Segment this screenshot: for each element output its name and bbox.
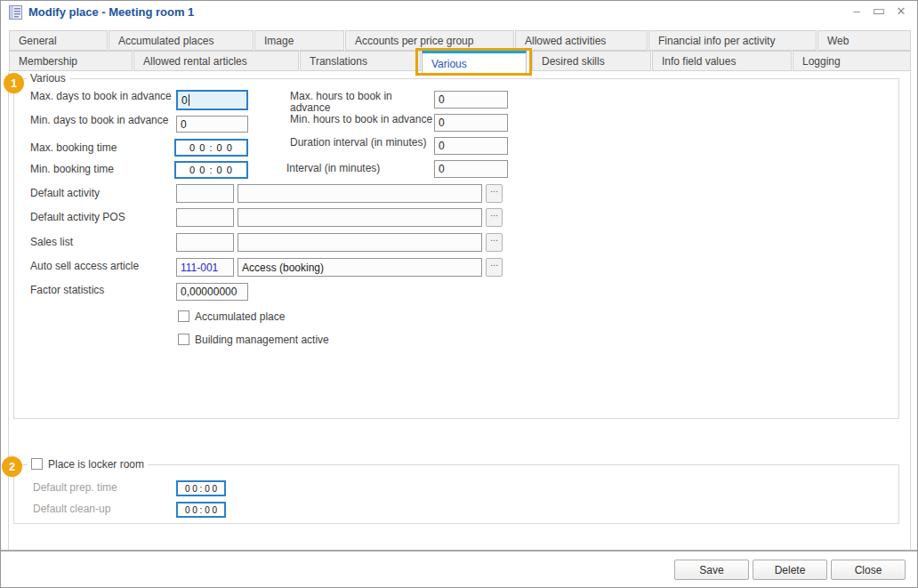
min-hours-input[interactable]: 0: [434, 114, 508, 132]
accumulated-place-checkbox[interactable]: [178, 310, 189, 322]
max-booking-time-label: Max. booking time: [30, 142, 173, 154]
default-activity-pos-browse-button[interactable]: ...: [486, 208, 503, 227]
close-button[interactable]: Close: [831, 560, 906, 580]
footer-separator: [1, 550, 918, 552]
max-days-label: Max. days to book in advance: [30, 91, 173, 102]
minimize-icon[interactable]: –: [850, 4, 864, 18]
default-activity-name-input[interactable]: [238, 184, 482, 203]
delete-button[interactable]: Delete: [753, 560, 827, 580]
auto-sell-browse-button[interactable]: ...: [486, 258, 503, 277]
tab-general[interactable]: General: [9, 30, 108, 51]
annotation-badge-1: 1: [4, 73, 24, 93]
place-is-locker-room-label: Place is locker room: [48, 458, 144, 471]
save-button[interactable]: Save: [674, 560, 749, 580]
tab-accounts-per-price-group[interactable]: Accounts per price group: [345, 30, 514, 51]
default-prep-time-input[interactable]: 0 0 : 0 0: [176, 480, 226, 496]
tab-info-field-values[interactable]: Info field values: [652, 51, 792, 71]
accumulated-place-label: Accumulated place: [195, 311, 285, 323]
max-days-input[interactable]: 0: [176, 90, 248, 110]
default-activity-pos-label: Default activity POS: [30, 212, 173, 223]
auto-sell-label: Auto sell access article: [30, 261, 173, 272]
sales-list-browse-button[interactable]: ...: [486, 233, 503, 252]
interval-label: Interval (in minutes): [286, 163, 434, 174]
min-days-label: Min. days to book in advance: [30, 115, 173, 126]
default-activity-code-input[interactable]: [176, 184, 234, 203]
form-document-icon: [9, 5, 22, 20]
duration-interval-input[interactable]: 0: [434, 137, 508, 155]
tab-web[interactable]: Web: [817, 30, 911, 51]
tab-financial-info-per-activity[interactable]: Financial info per activity: [648, 30, 817, 51]
tab-accumulated-places[interactable]: Accumulated places: [109, 30, 254, 51]
building-management-label: Building management active: [195, 334, 329, 346]
max-hours-label: Max. hours to book in advance: [290, 91, 434, 114]
min-booking-time-label: Min. booking time: [30, 164, 173, 175]
sales-list-code-input[interactable]: [176, 233, 234, 252]
default-clean-up-label: Default clean-up: [33, 503, 175, 515]
locker-group-header: Place is locker room: [28, 458, 148, 471]
various-group-title: Various: [27, 72, 69, 85]
tab-translations[interactable]: Translations: [300, 51, 421, 71]
max-hours-input[interactable]: 0: [434, 91, 508, 109]
max-days-value: 0: [181, 94, 188, 107]
window-title: Modify place - Meeting room 1: [28, 5, 194, 19]
window-controls: – ▭ ✕: [850, 4, 908, 18]
modify-place-window: Modify place - Meeting room 1 – ▭ ✕ Gene…: [0, 0, 918, 588]
default-prep-time-label: Default prep. time: [33, 482, 175, 494]
min-days-input[interactable]: 0: [176, 116, 248, 133]
panel-border-left: [8, 72, 9, 550]
place-is-locker-room-checkbox[interactable]: [31, 458, 43, 470]
sales-list-name-input[interactable]: [238, 233, 482, 252]
text-caret: [189, 94, 189, 106]
tab-logging[interactable]: Logging: [793, 51, 911, 71]
tab-allowed-activities[interactable]: Allowed activities: [515, 30, 648, 51]
default-activity-label: Default activity: [30, 188, 173, 199]
auto-sell-name-input[interactable]: Access (booking): [238, 258, 482, 277]
interval-input[interactable]: 0: [434, 160, 508, 178]
tab-various[interactable]: Various: [422, 51, 527, 75]
factor-statistics-input[interactable]: 0,00000000: [176, 283, 248, 301]
default-activity-browse-button[interactable]: ...: [486, 184, 503, 203]
panel-border-right: [910, 72, 911, 550]
tab-membership[interactable]: Membership: [9, 51, 133, 71]
max-booking-time-input[interactable]: 0 0 : 0 0: [174, 139, 248, 157]
min-hours-label: Min. hours to book in advance: [290, 114, 434, 125]
duration-interval-label: Duration interval (in minutes): [290, 137, 434, 149]
maximize-icon[interactable]: ▭: [872, 4, 886, 18]
factor-statistics-label: Factor statistics: [30, 285, 173, 296]
tab-allowed-rental-articles[interactable]: Allowed rental articles: [133, 51, 299, 71]
title-bar: Modify place - Meeting room 1 – ▭ ✕: [1, 1, 917, 24]
auto-sell-code-input[interactable]: 111-001: [176, 258, 234, 277]
default-activity-pos-code-input[interactable]: [176, 208, 234, 227]
min-booking-time-input[interactable]: 0 0 : 0 0: [174, 161, 248, 179]
tab-desired-skills[interactable]: Desired skills: [532, 51, 651, 71]
sales-list-label: Sales list: [30, 237, 173, 248]
building-management-checkbox[interactable]: [178, 334, 189, 345]
close-icon[interactable]: ✕: [894, 4, 908, 18]
default-clean-up-input[interactable]: 0 0 : 0 0: [176, 502, 226, 518]
tab-image[interactable]: Image: [254, 30, 344, 51]
annotation-badge-2: 2: [2, 456, 22, 477]
default-activity-pos-name-input[interactable]: [238, 208, 482, 227]
